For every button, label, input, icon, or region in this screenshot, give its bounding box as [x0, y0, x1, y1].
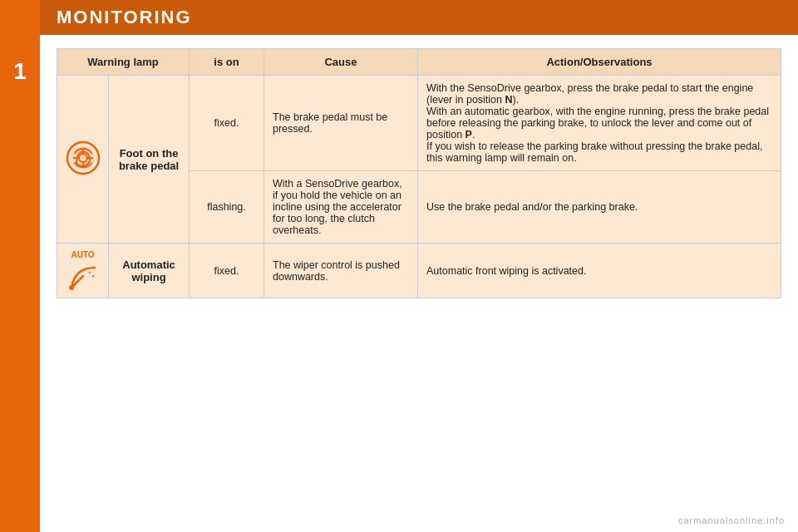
page-title: MONITORING	[57, 7, 192, 28]
brake-label: Foot on thebrake pedal	[119, 147, 179, 172]
brake-icon-cell	[57, 76, 109, 244]
auto-label: AUTO	[71, 250, 94, 259]
sidebar: 1	[0, 0, 40, 532]
table-row: AUTO	[57, 244, 781, 298]
main-content: Warning lamp is on Cause Action/Observat…	[40, 35, 798, 312]
svg-point-8	[69, 285, 74, 290]
wiper-ison: fixed.	[190, 244, 264, 298]
wiper-label-cell: Automaticwiping	[109, 244, 190, 298]
svg-point-9	[88, 272, 91, 274]
header-bar: MONITORING	[40, 0, 798, 35]
svg-point-11	[91, 275, 94, 278]
brake-flashing-cause: With a SensoDrive gearbox, if you hold t…	[264, 171, 418, 244]
bold-n: N	[505, 94, 513, 106]
wiper-icon-wrapper: AUTO	[62, 250, 103, 291]
brake-fixed-cause: The brake pedal must be pressed.	[264, 76, 418, 171]
col-header-ison: is on	[190, 49, 264, 76]
col-header-action: Action/Observations	[418, 49, 781, 76]
table-header-row: Warning lamp is on Cause Action/Observat…	[57, 49, 781, 76]
svg-point-10	[83, 268, 86, 271]
col-header-cause: Cause	[264, 49, 418, 76]
watermark: carmanualsonline.info	[678, 515, 785, 525]
brake-fixed-ison: fixed.	[190, 76, 264, 171]
wiper-label: Automaticwiping	[122, 259, 175, 283]
page-number: 24	[8, 506, 25, 524]
brake-flashing-ison: flashing.	[190, 171, 264, 244]
brake-flashing-action: Use the brake pedal and/or the parking b…	[418, 171, 781, 244]
brake-label-cell: Foot on thebrake pedal	[109, 76, 190, 244]
wiper-icon	[66, 261, 100, 291]
brake-fixed-action: With the SensoDrive gearbox, press the b…	[418, 76, 781, 171]
wiper-action: Automatic front wiping is activated.	[418, 244, 781, 298]
wiper-icon-cell: AUTO	[57, 244, 109, 298]
monitoring-table: Warning lamp is on Cause Action/Observat…	[57, 48, 781, 298]
section-number: 1	[13, 58, 27, 85]
table-row: Foot on thebrake pedal fixed. The brake …	[57, 76, 781, 171]
wiper-cause: The wiper control is pushed downwards.	[264, 244, 418, 298]
col-header-warning: Warning lamp	[57, 49, 190, 76]
brake-icon	[65, 140, 101, 176]
bold-p: P	[466, 129, 472, 140]
